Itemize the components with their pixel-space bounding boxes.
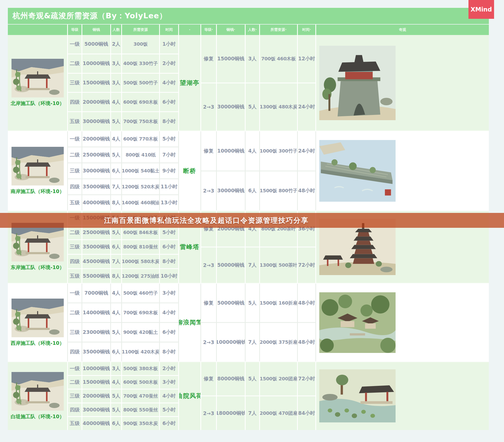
time-cell: 3小时 [160,376,178,389]
pavilion-shore-thumbnail [11,147,64,185]
team-cell: 白堤施工队（环境-10） [8,362,67,430]
upgrade-time-cell: 24小时 [298,83,315,131]
level-cell: 五级 [68,269,82,283]
resources-cell: 1200饭 275油纸 [122,269,159,283]
team-label: 南岸施工队（环境-10） [11,188,64,195]
level-cell: 一级 [68,362,82,375]
time-cell: 6小时 [160,417,178,430]
upgrade-level-cell: 2→3 [201,83,216,131]
time-cell: 2小时 [160,54,178,73]
resources-cell: 500饭 380木板 [122,362,159,375]
level-cell: 五级 [68,195,82,210]
level-cell: 四级 [68,255,82,269]
people-cell: 6人 [111,240,121,254]
coins-cell: 25000铜钱 [82,147,110,162]
upgrade-time-cell: 48小时 [298,171,315,211]
level-cell: 二级 [68,54,82,73]
resources-cell: 500饭 460竹子 [122,284,159,303]
level-cell: 四级 [68,342,82,361]
upgrade-time-cell: 84小时 [298,396,315,430]
time-cell: 6小时 [160,323,178,342]
time-cell: 4小时 [160,389,178,403]
wonder-cell [316,362,489,430]
upgrade-coins-cell: 50000铜钱 [217,284,245,322]
wonder-name: 曲院风荷 [179,362,200,430]
people-cell: 5人 [111,389,121,403]
coins-cell: 55000铜钱 [82,269,110,283]
coins-cell: 20000铜钱 [82,389,110,403]
resources-cell: 1100饭 420木炭 [122,342,159,361]
upgrade-resources-cell: 1500饭 160折扇 [260,284,297,322]
team-cell: 西岸施工队（环境-10） [8,284,67,361]
overlay-title-text: 江南百景图微博私信玩法全攻略及超话口令资源管理技巧分享 [104,216,309,225]
time-cell: 9小时 [160,163,178,178]
coins-cell: 15000铜钱 [82,376,110,389]
team-label: 西岸施工队（环境-10） [11,340,64,347]
upgrade-resources-cell: 1300饭 500茶叶 [260,247,297,283]
time-cell: 5小时 [160,403,178,416]
xmind-badge: XMind [468,0,494,19]
time-cell: 3小时 [160,284,178,303]
upgrade-level-cell: 修复 [201,284,216,322]
resources-cell: 700饭 470蚕丝 [122,389,159,403]
upgrade-coins-cell: 80000铜钱 [217,362,245,396]
level-cell: 二级 [68,376,82,389]
team-label: 东岸施工队（环境-10） [11,264,64,271]
upgrade-time-cell: 24小时 [298,131,315,171]
table-header-row: 等级铜钱人数所需资源时间·等级·铜钱·人数·所需资源·时间·奇观 [8,25,489,35]
people-cell: 3人 [111,54,121,73]
upgrade-coins-cell: 10000铜钱 [217,131,245,171]
level-cell: 一级 [68,35,82,54]
people-cell: 3人 [111,362,121,375]
column-header-upgrade-level: 等级· [201,25,216,35]
upgrade-coins-cell: 30000铜钱 [217,171,245,211]
coins-cell: 23000铜钱 [82,323,110,342]
time-cell: 4小时 [160,74,178,92]
resources-cell: 700饭 690木板 [122,303,159,322]
coins-cell: 14000铜钱 [82,303,110,322]
upgrade-coins-cell: 180000铜钱 [217,396,245,430]
upgrade-time-cell: 72小时 [298,362,315,396]
coins-cell: 35000铜钱 [82,240,110,254]
upgrade-level-cell: 2→3 [201,323,216,361]
coins-cell: 5000铜钱 [82,35,110,54]
upgrade-coins-cell: 30000铜钱 [217,83,245,131]
resources-cell: 1400饭 460桐油 [122,195,159,210]
pavilion-shore-thumbnail [11,223,64,261]
broken-bridge-illustration [319,140,396,202]
people-cell: 8人 [111,269,121,283]
upgrade-coins-cell: 100000铜钱 [217,323,245,361]
wonder-name: 断桥 [179,131,200,210]
resources-cell: 600饭 770木板 [122,131,159,147]
upgrade-coins-cell: 50000铜钱 [217,247,245,283]
column-header-wonder-name: · [179,25,200,35]
time-cell: 10小时 [160,269,178,283]
team-cell: 北岸施工队（环境-10） [8,35,67,131]
pavilion-shore-thumbnail [11,372,64,411]
coins-cell: 7000铜钱 [82,284,110,303]
people-cell: 6人 [111,417,121,430]
team-group-1: 南岸施工队（环境-10）一级20000铜钱4人600饭 770木板5小时二级25… [8,131,489,210]
column-header-level: 等级 [68,25,82,35]
wonder-name: 望湖亭 [179,35,200,131]
resources-cell: 800饭 810蚕丝 [122,240,159,254]
level-cell: 三级 [68,163,82,178]
time-cell: 2小时 [160,362,178,375]
upgrade-people-cell: 7人 [246,247,259,283]
upgrade-level-cell: 2→3 [201,396,216,430]
upgrade-people-cell: 3人 [246,35,259,83]
level-cell: 五级 [68,112,82,131]
upgrade-level-cell: 修复 [201,35,216,83]
resources-cell: 600饭 690木板 [122,93,159,111]
people-cell: 6人 [111,163,121,178]
upgrade-resources-cell: 1500饭 800竹子 [260,171,297,211]
upgrade-level-cell: 2→3 [201,171,216,211]
level-cell: 四级 [68,93,82,111]
column-header-coins: 铜钱 [82,25,110,35]
coins-cell: 20000铜钱 [82,93,110,111]
time-cell: 8小时 [160,112,178,131]
resources-cell: 800饭 550蚕丝 [122,403,159,416]
coins-cell: 35000铜钱 [82,179,110,194]
time-cell: 8小时 [160,255,178,269]
team-cell: 南岸施工队（环境-10） [8,131,67,210]
